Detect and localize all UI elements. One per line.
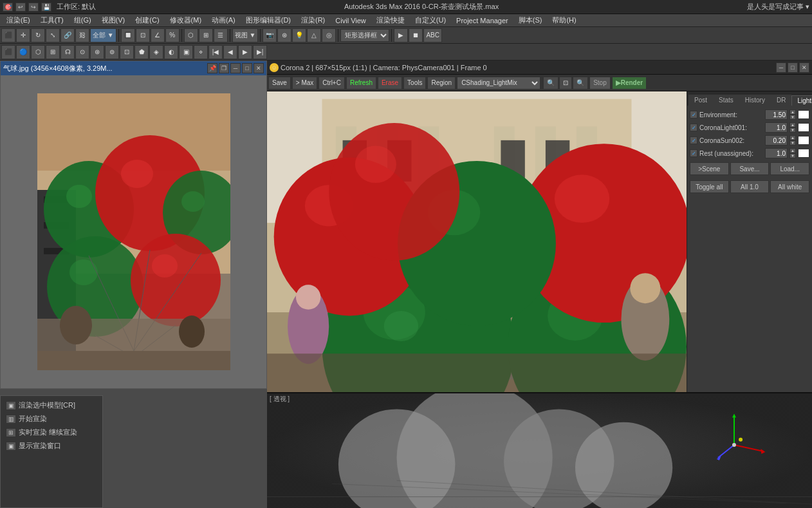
- app-icon-btn[interactable]: 🎯: [3, 3, 13, 12]
- coronasun-down[interactable]: ▼: [789, 140, 796, 146]
- tb2-anim2[interactable]: ◀: [223, 45, 237, 59]
- tb-move[interactable]: ✛: [16, 28, 30, 42]
- tb2-anim1[interactable]: |◀: [208, 45, 223, 59]
- tab-dr[interactable]: DR: [771, 95, 791, 106]
- tb-select[interactable]: ⬛: [1, 28, 15, 42]
- tb2-3[interactable]: ⬡: [31, 45, 45, 59]
- menu-render-shortcut[interactable]: 渲染快捷: [371, 14, 410, 26]
- image-float-maximize[interactable]: □: [242, 63, 252, 73]
- tb-angle[interactable]: ∠: [151, 28, 165, 42]
- scene-btn[interactable]: >Scene: [690, 162, 729, 175]
- realtime-render-btn[interactable]: ⊞ 实时宣染 继续宣染: [3, 426, 100, 439]
- coronalight-up[interactable]: ▲: [789, 122, 796, 127]
- menu-graph-editor[interactable]: 图形编辑器(D): [241, 14, 296, 26]
- tb2-4[interactable]: ⊞: [46, 45, 60, 59]
- corona-tools-btn[interactable]: Tools: [403, 77, 426, 89]
- tb-snap2[interactable]: ⊡: [136, 28, 150, 42]
- load-btn[interactable]: Load...: [770, 162, 809, 175]
- coronasun-checkbox[interactable]: ✓: [690, 136, 697, 144]
- tb2-7[interactable]: ⊛: [90, 45, 104, 59]
- menu-view[interactable]: 视图(V): [97, 14, 131, 26]
- tb2-11[interactable]: ◈: [149, 45, 163, 59]
- menu-group[interactable]: 组(G): [69, 14, 97, 26]
- coronasun-up[interactable]: ▲: [789, 135, 796, 140]
- environment-down[interactable]: ▼: [789, 115, 796, 120]
- menu-custom[interactable]: 自定义(U): [410, 14, 451, 26]
- tb2-8[interactable]: ⊚: [105, 45, 119, 59]
- tb-cam[interactable]: 📷: [263, 28, 277, 42]
- menu-help[interactable]: 帮助(H): [547, 14, 581, 26]
- environment-color[interactable]: [798, 110, 809, 119]
- tb-scale[interactable]: ⤡: [46, 28, 60, 42]
- tb2-5[interactable]: ☊: [60, 45, 75, 59]
- corona-erase-btn[interactable]: Erase: [378, 77, 402, 89]
- corona-ctrlc-btn[interactable]: Ctrl+C: [318, 77, 345, 89]
- show-render-window-btn[interactable]: ▣ 显示宣染窗口: [3, 439, 100, 453]
- tb-align[interactable]: ⊞: [199, 28, 213, 42]
- corona-maximize-btn[interactable]: □: [788, 62, 798, 73]
- corona-stop-btn[interactable]: Stop: [589, 77, 611, 89]
- tb-play[interactable]: ▶: [394, 28, 408, 42]
- image-float-close[interactable]: ✕: [254, 63, 264, 73]
- menu-render2[interactable]: 渲染(R): [296, 14, 330, 26]
- coronasun-color[interactable]: [798, 136, 809, 145]
- corona-save-btn[interactable]: Save: [268, 77, 291, 89]
- tb-named-sel[interactable]: ABC: [423, 28, 442, 42]
- tab-lightmix[interactable]: LightMix: [791, 95, 812, 106]
- tb2-10[interactable]: ⬟: [134, 45, 149, 59]
- tab-stats[interactable]: Stats: [713, 95, 739, 106]
- tb-select-filter[interactable]: 全部 ▼: [90, 28, 116, 42]
- corona-zoom-in[interactable]: 🔍: [543, 77, 558, 89]
- redo-btn[interactable]: ↪: [28, 3, 39, 12]
- tb-mirror[interactable]: ⬡: [184, 28, 198, 42]
- toggle-all-btn[interactable]: Toggle all: [690, 180, 729, 193]
- tb-more1[interactable]: △: [307, 28, 321, 42]
- selection-dropdown[interactable]: 矩形选择框 圆形选择框: [340, 29, 389, 42]
- coronasun-value[interactable]: [765, 135, 788, 146]
- tb-light[interactable]: 💡: [292, 28, 306, 42]
- tb-percent[interactable]: %: [165, 28, 180, 42]
- corona-shading-dropdown[interactable]: CShading_LightMix CShading_Beauty: [457, 77, 540, 89]
- tab-post[interactable]: Post: [688, 95, 713, 106]
- save-btn[interactable]: 💾: [41, 3, 51, 12]
- rest-up[interactable]: ▲: [789, 148, 796, 153]
- corona-refresh-btn[interactable]: Refresh: [346, 77, 376, 89]
- coronalight-value[interactable]: [765, 122, 788, 133]
- tb-layer[interactable]: ☰: [214, 28, 228, 42]
- corona-close-btn[interactable]: ✕: [799, 62, 809, 73]
- all-one-btn[interactable]: All 1.0: [730, 180, 770, 193]
- corona-region-btn[interactable]: Region: [427, 77, 456, 89]
- menu-civil-view[interactable]: Civil View: [330, 15, 371, 26]
- undo-btn[interactable]: ↩: [15, 3, 26, 12]
- rest-down[interactable]: ▼: [789, 153, 796, 158]
- render-selected-btn[interactable]: ▣ 渲染选中模型[CR]: [3, 399, 100, 412]
- all-white-btn[interactable]: All white: [770, 180, 809, 193]
- rest-value[interactable]: [765, 148, 788, 158]
- tb-link[interactable]: 🔗: [60, 28, 75, 42]
- corona-max-btn[interactable]: > Max: [292, 77, 318, 89]
- tb2-9[interactable]: ⊡: [120, 45, 134, 59]
- menu-script[interactable]: 脚本(S): [513, 14, 548, 26]
- menu-project-manager[interactable]: Project Manager: [451, 15, 513, 26]
- image-float-restore[interactable]: ❐: [219, 63, 229, 73]
- coronalight-checkbox[interactable]: ✓: [690, 124, 697, 131]
- tb2-14[interactable]: ⋄: [194, 45, 208, 59]
- rest-color[interactable]: [798, 149, 809, 158]
- save-btn[interactable]: Save...: [730, 162, 770, 175]
- environment-up[interactable]: ▲: [789, 109, 796, 115]
- menu-tools[interactable]: 工具(T): [35, 14, 69, 26]
- tab-history[interactable]: History: [739, 95, 771, 106]
- menu-create[interactable]: 创建(C): [130, 14, 164, 26]
- tb-snap[interactable]: 🔲: [121, 28, 135, 42]
- tb-stop[interactable]: ⏹: [409, 28, 423, 42]
- coronalight-color[interactable]: [798, 123, 809, 132]
- rest-checkbox[interactable]: ✓: [690, 149, 697, 157]
- environment-value[interactable]: [765, 109, 788, 120]
- coronalight-down[interactable]: ▼: [789, 127, 796, 133]
- corona-render-btn[interactable]: ▶ Render: [612, 77, 647, 89]
- tb-rotate[interactable]: ↻: [31, 28, 45, 42]
- environment-checkbox[interactable]: ✓: [690, 111, 697, 118]
- menu-animation[interactable]: 动画(A): [207, 14, 241, 26]
- start-render-btn[interactable]: ▥ 开始宣染: [3, 412, 100, 426]
- tb2-anim3[interactable]: ▶: [238, 45, 252, 59]
